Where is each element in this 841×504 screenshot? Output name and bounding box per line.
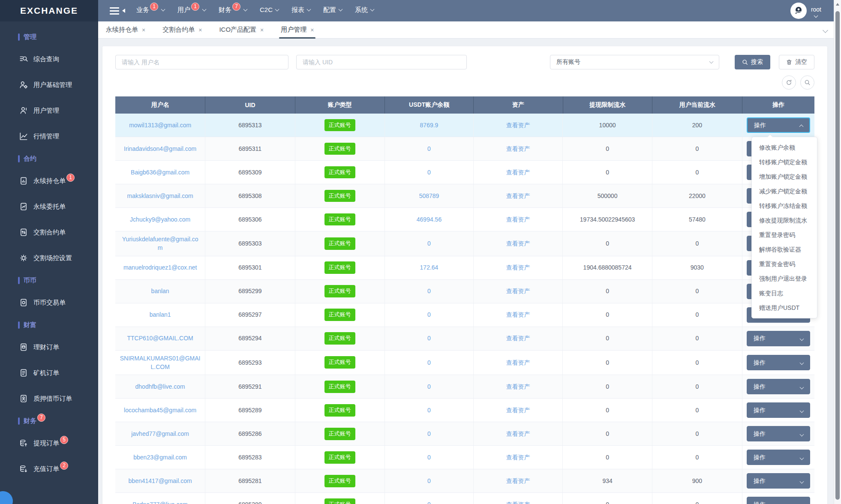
usdt-balance-link[interactable]: 508789 [419,192,439,200]
username-link[interactable]: locochamba45@gmail.com [124,406,196,414]
action-menu-item[interactable]: 解绑谷歌验证器 [752,242,817,257]
uid-search-input[interactable] [296,55,467,69]
view-assets-link[interactable]: 查看资产 [506,144,530,153]
usdt-balance-link[interactable]: 8769.9 [420,121,439,129]
action-menu-item[interactable]: 转移账户锁定金额 [752,155,817,169]
row-action-button[interactable]: 操作 [747,117,810,133]
usdt-balance-link[interactable]: 0 [427,406,431,414]
username-link[interactable]: banlan [151,287,169,295]
page-tab[interactable]: ICO产品配置 × [219,21,264,39]
sidebar-item[interactable]: 充值订单 2 [0,456,98,482]
action-menu-item[interactable]: 转移账户冻结金额 [752,198,817,213]
username-link[interactable]: banlan1 [150,310,171,319]
nav-menu-item[interactable]: 系统 [355,0,374,21]
username-link[interactable]: mowil1313@gmail.com [129,121,191,129]
action-menu-item[interactable]: 重置资金密码 [752,257,817,271]
scrollbar-up-arrow[interactable] [836,3,839,6]
tab-close-icon[interactable]: × [310,27,314,33]
usdt-balance-link[interactable]: 46994.56 [417,215,442,224]
sidebar-item[interactable]: 质押借币订单 [0,386,98,411]
sidebar-item[interactable]: 行情管理 [0,123,98,149]
username-link[interactable]: Jchucky9@yahoo.com [130,215,190,224]
sidebar-item[interactable]: 用户管理 [0,98,98,123]
view-assets-link[interactable]: 查看资产 [506,121,530,129]
sidebar-item[interactable]: 理财订单 [0,334,98,360]
usdt-balance-link[interactable]: 0 [427,477,431,485]
tab-close-icon[interactable]: × [198,27,202,33]
refresh-button[interactable] [782,75,796,90]
nav-menu-item[interactable]: 报表 [291,0,310,21]
action-menu-item[interactable]: 增加账户锁定金额 [752,169,817,184]
action-menu-item[interactable]: 账变日志 [752,286,817,300]
view-assets-link[interactable]: 查看资产 [506,310,530,319]
row-action-button[interactable]: 操作 [747,402,810,418]
action-menu-item[interactable]: 重置登录密码 [752,228,817,242]
view-assets-link[interactable]: 查看资产 [506,192,530,200]
page-tab[interactable]: 用户管理 × [281,21,314,39]
view-assets-link[interactable]: 查看资产 [506,263,530,272]
column-search-button[interactable] [800,75,814,90]
nav-menu-item[interactable]: 用户 1 [177,0,206,21]
row-action-button[interactable]: 操作 [747,426,810,441]
page-tab[interactable]: 永续持仓单 × [106,21,145,39]
action-menu-item[interactable]: 修改账户余额 [752,140,817,155]
usdt-balance-link[interactable]: 0 [427,334,431,342]
usdt-balance-link[interactable]: 0 [427,287,431,295]
username-link[interactable]: Yuriuskdelafuente@gmail.com [120,235,201,252]
page-tab[interactable]: 交割合约单 × [162,21,202,39]
sidebar-item[interactable]: 永续委托单 [0,194,98,219]
sidebar-item[interactable]: 币币交易单 [0,290,98,315]
nav-menu-item[interactable]: 业务 1 [136,0,165,21]
username-link[interactable]: TTCP610@GMAIL.COM [127,334,193,342]
usdt-balance-link[interactable]: 0 [427,168,431,177]
account-type-select[interactable]: 所有账号 [550,55,719,69]
view-assets-link[interactable]: 查看资产 [506,406,530,414]
row-action-button[interactable]: 操作 [747,379,810,394]
username-link[interactable]: bben41417@gmail.com [129,477,192,485]
sidebar-collapse-button[interactable] [110,7,125,15]
row-action-button[interactable]: 操作 [747,497,810,504]
username-link[interactable]: dhodhfb@live.com [135,382,185,391]
usdt-balance-link[interactable]: 0 [427,358,431,367]
username-link[interactable]: manuelrodriquez1@cox.net [123,263,197,272]
scrollbar-thumb[interactable] [835,11,840,500]
usdt-balance-link[interactable]: 0 [427,500,431,504]
usdt-balance-link[interactable]: 0 [427,382,431,391]
view-assets-link[interactable]: 查看资产 [506,453,530,462]
username-link[interactable]: bben23@gmail.com [133,453,187,462]
clear-button[interactable]: 清空 [779,55,814,69]
username-link[interactable]: javhed77@gmail.com [131,429,189,438]
username-link[interactable]: Bsdna777@live.com [132,500,188,504]
row-action-button[interactable]: 操作 [747,331,810,346]
sidebar-item[interactable]: 永续持仓单 1 [0,168,98,194]
action-menu-item[interactable]: 减少账户锁定金额 [752,184,817,198]
view-assets-link[interactable]: 查看资产 [506,477,530,485]
view-assets-link[interactable]: 查看资产 [506,287,530,295]
view-assets-link[interactable]: 查看资产 [506,239,530,248]
nav-menu-item[interactable]: 配置 [323,0,342,21]
search-button[interactable]: 搜索 [735,55,770,69]
row-action-button[interactable]: 操作 [747,355,810,370]
view-assets-link[interactable]: 查看资产 [506,358,530,367]
view-assets-link[interactable]: 查看资产 [506,168,530,177]
sidebar-item[interactable]: 交割场控设置 [0,245,98,271]
corner-float-button[interactable] [0,491,13,504]
tab-close-icon[interactable]: × [260,27,264,33]
view-assets-link[interactable]: 查看资产 [506,215,530,224]
row-action-button[interactable]: 操作 [747,450,810,465]
row-action-button[interactable]: 操作 [747,473,810,489]
action-menu-item[interactable]: 赠送用户USDT [752,300,817,315]
usdt-balance-link[interactable]: 0 [427,453,431,462]
view-assets-link[interactable]: 查看资产 [506,382,530,391]
view-assets-link[interactable]: 查看资产 [506,429,530,438]
username-link[interactable]: Irinadavidson4@gmail.com [124,144,196,153]
tab-list-chevron-button[interactable] [823,26,833,34]
usdt-balance-link[interactable]: 0 [427,310,431,319]
sidebar-item[interactable]: 提现订单 5 [0,430,98,456]
user-menu[interactable]: root [790,0,821,21]
view-assets-link[interactable]: 查看资产 [506,500,530,504]
view-assets-link[interactable]: 查看资产 [506,334,530,342]
usdt-balance-link[interactable]: 172.64 [420,263,439,272]
sidebar-item[interactable]: 综合查询 [0,46,98,72]
action-menu-item[interactable]: 修改提现限制流水 [752,213,817,228]
